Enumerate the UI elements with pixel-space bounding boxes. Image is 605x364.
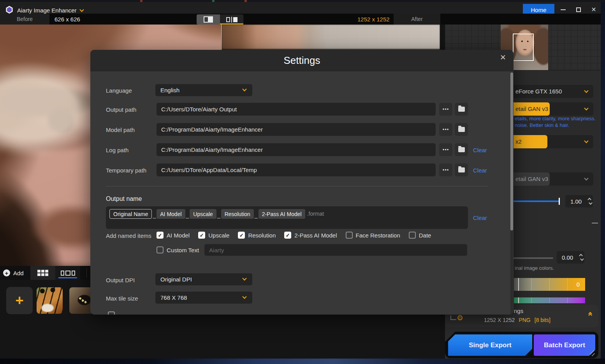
checkbox-item[interactable]: Upscale [198,232,229,239]
folder-icon [458,107,465,112]
resolution-checkbox[interactable] [238,232,245,239]
checkbox-item[interactable]: Face Restoration [346,232,400,239]
checkbox-item[interactable]: Date [409,232,431,239]
after-image [222,25,440,49]
tag-separator: _ [186,212,189,218]
checkbox-label: Resolution [248,232,276,239]
clear-temp-link[interactable]: Clear [473,167,487,174]
ai-model-checkbox[interactable] [157,232,164,239]
open-folder-button[interactable] [455,103,468,116]
model-path-label: Model path [106,127,135,133]
split-view-button[interactable] [220,14,243,25]
list-view-icon [61,271,75,276]
clear-log-link[interactable]: Clear [473,147,487,153]
checkbox-label: Upscale [208,232,229,239]
spinner-arrows[interactable] [587,195,593,207]
desktop-bottom-sliver [0,359,605,364]
tone-gradient-slider[interactable]: 0 [514,278,585,291]
strength-spinner[interactable]: 1.00 [565,195,593,207]
gpu-select-value: eForce GTX 1650 [515,88,562,95]
gradient-zero-label: 0 [577,281,580,288]
open-folder-button[interactable] [455,143,468,156]
chevron-down-icon[interactable] [79,7,84,12]
temp-path-input[interactable] [157,164,436,176]
gear-icon[interactable]: ⚙ [457,314,463,322]
name-tag[interactable]: AI Model [157,209,185,219]
titlebar: Aiarty Image Enhancer Home ✕ [0,2,601,14]
chevron-down-icon [242,294,246,299]
date-checkbox[interactable] [409,232,416,239]
log-path-input[interactable] [157,143,436,156]
add-image-tile[interactable]: + [6,287,33,314]
branch-icon [450,319,456,320]
partially-visible-checkbox[interactable] [108,311,115,315]
output-path-input[interactable] [157,103,436,116]
color-adjust-spinner[interactable]: 0.00 [557,251,584,264]
tab-before[interactable]: Before [0,14,49,25]
strength-value: 1.00 [565,198,587,205]
two-pass-checkbox[interactable] [284,232,291,239]
spinner-arrows[interactable] [578,251,584,264]
name-tag[interactable]: 2-Pass AI Model [259,209,305,219]
strength-slider-handle[interactable] [559,198,560,205]
browse-button[interactable]: ••• [439,143,452,156]
batch-export-button[interactable]: Batch Export [534,334,595,356]
name-tag[interactable]: Upscale [190,209,216,219]
active-tab-underline [58,277,77,278]
model-path-input[interactable] [157,123,436,136]
add-named-items-label: Add named items [106,232,151,239]
ai-model-value: etail GAN v3 [515,106,548,112]
gradient-marker[interactable] [518,297,519,303]
ellipsis-icon: ••• [443,147,449,153]
clear-output-name-link[interactable]: Clear [473,215,487,221]
resize-grip[interactable] [592,353,595,356]
checkbox-item[interactable]: AI Model [157,232,190,239]
checkbox-item[interactable]: 2-Pass AI Model [284,232,337,239]
app-logo-icon [5,6,13,14]
second-pass-value: etail GAN v3 [515,176,548,182]
tag-separator: _ [255,212,258,218]
add-images-button[interactable]: + Add [3,266,24,280]
close-icon[interactable]: ✕ [497,51,509,63]
folder-icon [458,127,465,132]
collapse-section-icon[interactable] [592,223,598,223]
double-chevron-up-icon[interactable] [589,312,592,316]
hue-gradient-slider[interactable] [514,297,585,303]
browse-button[interactable]: ••• [439,103,452,116]
output-name-template-box[interactable]: Original Name _ AI Model _ Upscale _ Res… [106,206,468,229]
single-export-button[interactable]: Single Export [448,334,532,356]
divider [86,269,87,277]
navigator-viewport-rect[interactable] [513,33,534,61]
open-folder-button[interactable] [455,123,468,136]
language-select[interactable]: English [155,84,252,96]
checkbox-item[interactable]: Resolution [238,232,276,239]
name-tag[interactable]: Original Name [109,209,152,219]
max-tile-value: 768 X 768 [160,294,187,301]
format-suffix: .format [307,211,324,217]
output-dpi-select[interactable]: Original DPI [155,273,252,285]
app-window: Aiarty Image Enhancer Home ✕ Before 626 … [0,0,605,364]
upscale-checkbox[interactable] [198,232,205,239]
color-adjust-value: 0.00 [557,254,578,261]
thumbnail-tiger[interactable] [37,287,63,314]
app-title: Aiarty Image Enhancer [17,7,77,14]
grid-view-button[interactable] [30,266,55,280]
open-folder-button[interactable] [455,164,468,176]
checkbox-label: Date [419,232,431,239]
max-tile-select[interactable]: 768 X 768 [155,292,252,304]
tab-after[interactable]: After [394,14,440,25]
browse-button[interactable]: ••• [439,123,452,136]
browse-button[interactable]: ••• [439,164,452,176]
modal-scrollbar-thumb[interactable] [510,72,513,230]
face-restoration-checkbox[interactable] [346,232,353,239]
ellipsis-icon: ••• [443,167,449,173]
custom-text-checkbox[interactable] [157,246,164,253]
gradient-marker[interactable] [518,278,519,291]
chevron-down-icon [242,276,246,280]
chevron-down-icon [584,139,588,143]
custom-text-input[interactable] [204,244,467,256]
plus-circle-icon: + [3,269,10,276]
name-tag[interactable]: Resolution [221,209,254,219]
checkbox-item[interactable]: Custom Text [157,246,199,253]
single-view-button[interactable] [197,14,220,25]
